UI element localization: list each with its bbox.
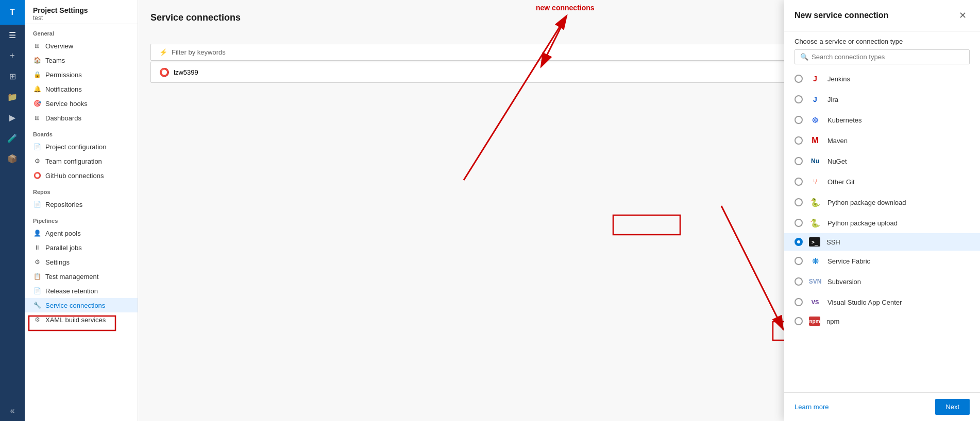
sidebar-item-permissions[interactable]: 🔒 Permissions (25, 67, 138, 82)
conn-option-service-fabric[interactable]: ❋ Service Fabric (784, 251, 980, 271)
conn-option-nuget[interactable]: Nu NuGet (784, 151, 980, 171)
conn-label-kubernetes: Kubernetes (827, 116, 862, 124)
sidebar-item-parallel-jobs[interactable]: ⏸ Parallel jobs (25, 240, 138, 255)
agent-pools-icon: 👤 (33, 229, 41, 237)
conn-radio-kubernetes[interactable] (795, 116, 803, 124)
new-service-connection-panel: New service connection ✕ Choose a servic… (784, 0, 980, 421)
icon-rail: T ☰ + ⊞ 📁 ▶ 🧪 📦 « (0, 0, 25, 421)
dashboards-icon: ⊞ (33, 114, 41, 122)
teams-icon: 🏠 (33, 56, 41, 64)
parallel-jobs-icon: ⏸ (33, 243, 41, 252)
page-title: Service connections (150, 12, 241, 23)
team-config-icon: ⚙ (33, 157, 41, 165)
connection-github-icon: ⭕ (159, 67, 170, 77)
conn-radio-jenkins[interactable] (795, 75, 803, 83)
conn-option-ssh[interactable]: >_ SSH (784, 233, 980, 251)
sidebar: Project Settings test General ⊞ Overview… (25, 0, 138, 421)
rail-pipelines-icon[interactable]: ▶ (0, 107, 25, 128)
sidebar-item-overview-label: Overview (45, 42, 73, 50)
sidebar-item-xaml-build[interactable]: ⚙ XAML build services (25, 312, 138, 327)
sidebar-item-team-config[interactable]: ⚙ Team configuration (25, 154, 138, 168)
next-button[interactable]: Next (935, 399, 970, 415)
rail-home-icon[interactable]: ☰ (0, 25, 25, 45)
org-logo[interactable]: T (0, 0, 25, 25)
rail-add-icon[interactable]: + (0, 45, 25, 66)
conn-radio-service-fabric[interactable] (795, 257, 803, 265)
conn-option-python-download[interactable]: 🐍 Python package download (784, 192, 980, 213)
conn-label-service-fabric: Service Fabric (827, 257, 870, 265)
search-input[interactable] (812, 53, 964, 61)
conn-radio-python-download[interactable] (795, 198, 803, 206)
jira-icon: J (809, 93, 821, 106)
sidebar-item-teams[interactable]: 🏠 Teams (25, 53, 138, 67)
conn-option-jenkins[interactable]: J Jenkins (784, 68, 980, 89)
conn-radio-npm[interactable] (795, 317, 803, 325)
sidebar-item-test-management-label: Test management (45, 273, 98, 280)
conn-label-python-download: Python package download (827, 199, 906, 206)
section-general: General (25, 24, 138, 39)
conn-option-npm[interactable]: npm npm (784, 312, 980, 330)
sidebar-item-service-connections-label: Service connections (45, 302, 105, 309)
conn-option-subversion[interactable]: SVN Subversion (784, 271, 980, 292)
conn-label-python-upload: Python package upload (827, 219, 898, 227)
conn-label-npm: npm (826, 318, 839, 325)
sidebar-item-release-retention[interactable]: 📄 Release retention (25, 284, 138, 298)
overview-icon: ⊞ (33, 42, 41, 50)
conn-option-jira[interactable]: J Jira (784, 89, 980, 110)
conn-radio-vs-app-center[interactable] (795, 298, 803, 306)
rail-boards-icon[interactable]: ⊞ (0, 66, 25, 86)
conn-radio-maven[interactable] (795, 136, 803, 145)
conn-label-nuget: NuGet (827, 157, 847, 165)
sidebar-item-service-hooks[interactable]: 🎯 Service hooks (25, 96, 138, 111)
conn-option-vs-app-center[interactable]: VS Visual Studio App Center (784, 292, 980, 312)
jenkins-icon: J (809, 73, 821, 85)
conn-option-maven[interactable]: M Maven (784, 130, 980, 151)
sidebar-item-repositories[interactable]: 📄 Repositories (25, 197, 138, 212)
sidebar-item-agent-pools[interactable]: 👤 Agent pools (25, 226, 138, 240)
test-management-icon: 📋 (33, 272, 41, 280)
sidebar-title: Project Settings (33, 6, 129, 14)
kubernetes-icon: ☸ (809, 114, 821, 126)
learn-more-link[interactable]: Learn more (795, 403, 829, 411)
python-upload-icon: 🐍 (809, 217, 821, 229)
ssh-icon: >_ (809, 237, 820, 247)
repositories-icon: 📄 (33, 200, 41, 208)
rail-testplans-icon[interactable]: 🧪 (0, 128, 25, 148)
sidebar-item-overview[interactable]: ⊞ Overview (25, 39, 138, 53)
sidebar-item-dashboards[interactable]: ⊞ Dashboards (25, 111, 138, 125)
sidebar-item-settings[interactable]: ⚙ Settings (25, 255, 138, 269)
conn-radio-jira[interactable] (795, 95, 803, 103)
conn-radio-python-upload[interactable] (795, 219, 803, 227)
panel-search-bar[interactable]: 🔍 (795, 49, 970, 64)
connection-type-list: J Jenkins J Jira ☸ Kubernetes M Maven Nu… (784, 68, 980, 392)
conn-radio-other-git[interactable] (795, 178, 803, 186)
sidebar-item-test-management[interactable]: 📋 Test management (25, 269, 138, 284)
filter-placeholder: Filter by keywords (172, 48, 226, 56)
conn-radio-nuget[interactable] (795, 157, 803, 165)
conn-label-maven: Maven (827, 137, 848, 145)
sidebar-item-project-config[interactable]: 📄 Project configuration (25, 139, 138, 154)
search-icon: 🔍 (800, 53, 808, 61)
conn-option-kubernetes[interactable]: ☸ Kubernetes (784, 110, 980, 130)
conn-radio-subversion[interactable] (795, 277, 803, 286)
python-download-icon: 🐍 (809, 196, 821, 208)
sidebar-item-notifications[interactable]: 🔔 Notifications (25, 82, 138, 96)
sidebar-item-service-connections[interactable]: 🔧 Service connections (25, 298, 138, 312)
conn-label-jira: Jira (827, 96, 838, 103)
sidebar-subtitle: test (33, 14, 129, 22)
rail-collapse-icon[interactable]: « (0, 400, 25, 421)
service-fabric-icon: ❋ (809, 255, 821, 267)
panel-close-button[interactable]: ✕ (955, 8, 970, 23)
panel-footer: Learn more Next (784, 392, 980, 421)
sidebar-item-github-connections[interactable]: ⭕ GitHub connections (25, 168, 138, 183)
section-boards: Boards (25, 125, 138, 139)
conn-option-python-upload[interactable]: 🐍 Python package upload (784, 213, 980, 233)
sidebar-item-xaml-build-label: XAML build services (45, 316, 106, 324)
rail-artifacts-icon[interactable]: 📦 (0, 148, 25, 169)
sidebar-item-release-retention-label: Release retention (45, 287, 98, 295)
rail-repos-icon[interactable]: 📁 (0, 86, 25, 107)
conn-radio-ssh[interactable] (795, 238, 803, 246)
release-retention-icon: 📄 (33, 287, 41, 295)
conn-option-other-git[interactable]: ⑂ Other Git (784, 171, 980, 192)
conn-label-other-git: Other Git (827, 178, 855, 186)
